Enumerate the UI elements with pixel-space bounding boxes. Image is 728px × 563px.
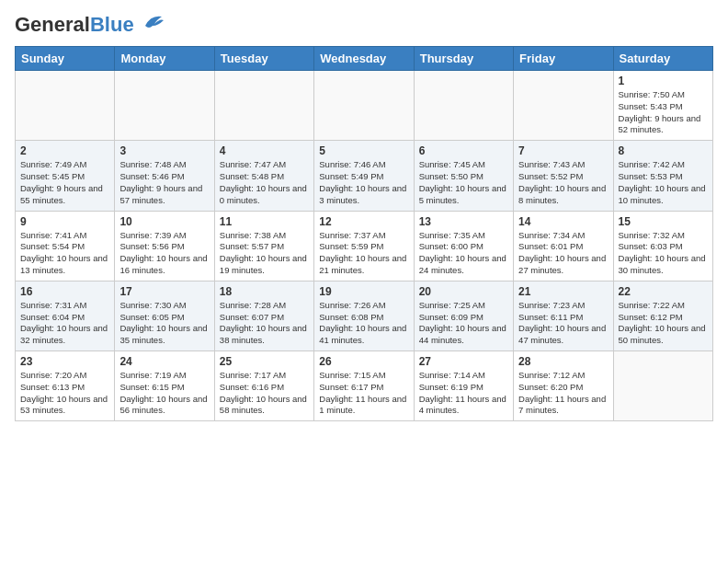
calendar-cell (314, 71, 414, 141)
day-number: 7 (518, 144, 608, 157)
calendar-week-row: 9Sunrise: 7:41 AM Sunset: 5:54 PM Daylig… (16, 211, 713, 281)
calendar-cell (115, 71, 214, 141)
calendar-cell: 14Sunrise: 7:34 AM Sunset: 6:01 PM Dayli… (514, 211, 613, 281)
logo: GeneralBlue (15, 15, 164, 35)
day-info: Sunrise: 7:34 AM Sunset: 6:01 PM Dayligh… (518, 230, 608, 277)
col-header-wednesday: Wednesday (314, 47, 414, 71)
day-info: Sunrise: 7:25 AM Sunset: 6:09 PM Dayligh… (419, 300, 508, 347)
day-info: Sunrise: 7:31 AM Sunset: 6:04 PM Dayligh… (20, 300, 109, 347)
calendar-cell: 20Sunrise: 7:25 AM Sunset: 6:09 PM Dayli… (414, 281, 513, 350)
day-info: Sunrise: 7:19 AM Sunset: 6:15 PM Dayligh… (119, 370, 209, 417)
day-number: 27 (419, 355, 508, 368)
calendar-header-row: SundayMondayTuesdayWednesdayThursdayFrid… (16, 47, 713, 71)
day-info: Sunrise: 7:48 AM Sunset: 5:46 PM Dayligh… (119, 159, 209, 206)
day-number: 8 (619, 144, 708, 157)
day-info: Sunrise: 7:30 AM Sunset: 6:05 PM Dayligh… (119, 300, 209, 347)
day-info: Sunrise: 7:23 AM Sunset: 6:11 PM Dayligh… (518, 300, 608, 347)
day-number: 20 (419, 285, 508, 298)
day-number: 3 (119, 144, 209, 157)
day-number: 14 (518, 215, 608, 228)
calendar-cell: 10Sunrise: 7:39 AM Sunset: 5:56 PM Dayli… (115, 211, 214, 281)
logo-text: GeneralBlue (15, 15, 134, 35)
calendar-cell (514, 71, 613, 141)
calendar-week-row: 2Sunrise: 7:49 AM Sunset: 5:45 PM Daylig… (16, 141, 713, 211)
calendar-cell: 3Sunrise: 7:48 AM Sunset: 5:46 PM Daylig… (115, 141, 214, 211)
day-number: 19 (319, 285, 408, 298)
calendar-cell (613, 351, 712, 421)
logo-bird-icon (138, 13, 164, 33)
calendar-cell: 4Sunrise: 7:47 AM Sunset: 5:48 PM Daylig… (214, 141, 313, 211)
day-info: Sunrise: 7:17 AM Sunset: 6:16 PM Dayligh… (220, 370, 309, 417)
day-info: Sunrise: 7:15 AM Sunset: 6:17 PM Dayligh… (319, 370, 408, 417)
day-info: Sunrise: 7:39 AM Sunset: 5:56 PM Dayligh… (119, 230, 209, 277)
day-number: 26 (319, 355, 408, 368)
day-number: 22 (619, 285, 708, 298)
calendar-cell (414, 71, 513, 141)
calendar-cell: 7Sunrise: 7:43 AM Sunset: 5:52 PM Daylig… (514, 141, 613, 211)
day-number: 1 (619, 75, 708, 87)
day-number: 24 (119, 355, 209, 368)
calendar-cell: 26Sunrise: 7:15 AM Sunset: 6:17 PM Dayli… (314, 351, 414, 421)
calendar-cell: 23Sunrise: 7:20 AM Sunset: 6:13 PM Dayli… (16, 351, 115, 421)
day-info: Sunrise: 7:38 AM Sunset: 5:57 PM Dayligh… (220, 230, 309, 277)
calendar-cell: 6Sunrise: 7:45 AM Sunset: 5:50 PM Daylig… (414, 141, 513, 211)
day-info: Sunrise: 7:37 AM Sunset: 5:59 PM Dayligh… (319, 230, 408, 277)
day-number: 18 (220, 285, 309, 298)
day-number: 15 (619, 215, 708, 228)
day-number: 6 (419, 144, 508, 157)
day-info: Sunrise: 7:50 AM Sunset: 5:43 PM Dayligh… (619, 89, 708, 136)
calendar-cell: 25Sunrise: 7:17 AM Sunset: 6:16 PM Dayli… (214, 351, 313, 421)
calendar-cell: 15Sunrise: 7:32 AM Sunset: 6:03 PM Dayli… (613, 211, 712, 281)
day-info: Sunrise: 7:20 AM Sunset: 6:13 PM Dayligh… (20, 370, 109, 417)
day-info: Sunrise: 7:43 AM Sunset: 5:52 PM Dayligh… (518, 159, 608, 206)
calendar-cell: 28Sunrise: 7:12 AM Sunset: 6:20 PM Dayli… (514, 351, 613, 421)
col-header-thursday: Thursday (414, 47, 513, 71)
day-number: 2 (20, 144, 109, 157)
day-info: Sunrise: 7:47 AM Sunset: 5:48 PM Dayligh… (220, 159, 309, 206)
day-info: Sunrise: 7:28 AM Sunset: 6:07 PM Dayligh… (220, 300, 309, 347)
calendar-cell: 2Sunrise: 7:49 AM Sunset: 5:45 PM Daylig… (16, 141, 115, 211)
calendar-week-row: 1Sunrise: 7:50 AM Sunset: 5:43 PM Daylig… (16, 71, 713, 141)
calendar-cell: 13Sunrise: 7:35 AM Sunset: 6:00 PM Dayli… (414, 211, 513, 281)
calendar-week-row: 16Sunrise: 7:31 AM Sunset: 6:04 PM Dayli… (16, 281, 713, 350)
calendar-cell: 22Sunrise: 7:22 AM Sunset: 6:12 PM Dayli… (613, 281, 712, 350)
day-number: 13 (419, 215, 508, 228)
day-number: 9 (20, 215, 109, 228)
day-info: Sunrise: 7:22 AM Sunset: 6:12 PM Dayligh… (619, 300, 708, 347)
day-info: Sunrise: 7:42 AM Sunset: 5:53 PM Dayligh… (619, 159, 708, 206)
col-header-monday: Monday (115, 47, 214, 71)
day-info: Sunrise: 7:26 AM Sunset: 6:08 PM Dayligh… (319, 300, 408, 347)
calendar-cell: 19Sunrise: 7:26 AM Sunset: 6:08 PM Dayli… (314, 281, 414, 350)
day-number: 23 (20, 355, 109, 368)
day-number: 25 (220, 355, 309, 368)
day-number: 21 (518, 285, 608, 298)
calendar-cell: 9Sunrise: 7:41 AM Sunset: 5:54 PM Daylig… (16, 211, 115, 281)
calendar-cell: 17Sunrise: 7:30 AM Sunset: 6:05 PM Dayli… (115, 281, 214, 350)
page-header: GeneralBlue (15, 15, 713, 35)
col-header-sunday: Sunday (16, 47, 115, 71)
day-number: 5 (319, 144, 408, 157)
day-number: 12 (319, 215, 408, 228)
calendar-cell: 21Sunrise: 7:23 AM Sunset: 6:11 PM Dayli… (514, 281, 613, 350)
calendar-cell: 5Sunrise: 7:46 AM Sunset: 5:49 PM Daylig… (314, 141, 414, 211)
day-info: Sunrise: 7:45 AM Sunset: 5:50 PM Dayligh… (419, 159, 508, 206)
calendar-cell: 8Sunrise: 7:42 AM Sunset: 5:53 PM Daylig… (613, 141, 712, 211)
day-number: 10 (119, 215, 209, 228)
day-info: Sunrise: 7:49 AM Sunset: 5:45 PM Dayligh… (20, 159, 109, 206)
calendar-cell: 1Sunrise: 7:50 AM Sunset: 5:43 PM Daylig… (613, 71, 712, 141)
day-number: 17 (119, 285, 209, 298)
calendar-cell: 24Sunrise: 7:19 AM Sunset: 6:15 PM Dayli… (115, 351, 214, 421)
day-info: Sunrise: 7:32 AM Sunset: 6:03 PM Dayligh… (619, 230, 708, 277)
col-header-friday: Friday (514, 47, 613, 71)
day-info: Sunrise: 7:41 AM Sunset: 5:54 PM Dayligh… (20, 230, 109, 277)
calendar-cell: 16Sunrise: 7:31 AM Sunset: 6:04 PM Dayli… (16, 281, 115, 350)
col-header-tuesday: Tuesday (214, 47, 313, 71)
day-number: 4 (220, 144, 309, 157)
day-number: 16 (20, 285, 109, 298)
calendar-body: 1Sunrise: 7:50 AM Sunset: 5:43 PM Daylig… (16, 71, 713, 421)
day-info: Sunrise: 7:46 AM Sunset: 5:49 PM Dayligh… (319, 159, 408, 206)
day-info: Sunrise: 7:35 AM Sunset: 6:00 PM Dayligh… (419, 230, 508, 277)
calendar-cell: 18Sunrise: 7:28 AM Sunset: 6:07 PM Dayli… (214, 281, 313, 350)
day-number: 11 (220, 215, 309, 228)
day-info: Sunrise: 7:12 AM Sunset: 6:20 PM Dayligh… (518, 370, 608, 417)
